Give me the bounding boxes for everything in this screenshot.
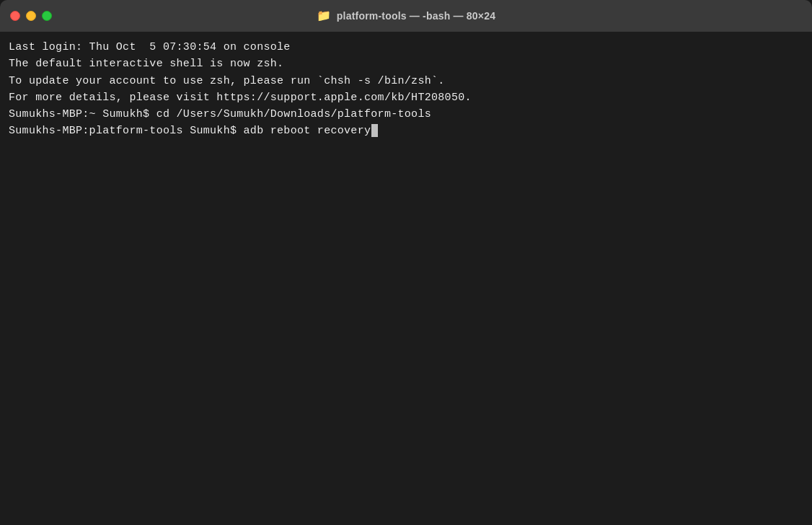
terminal-cursor — [371, 124, 378, 137]
terminal-line-3: The default interactive shell is now zsh… — [9, 56, 803, 72]
terminal-line-4: To update your account to use zsh, pleas… — [9, 73, 803, 89]
terminal-body[interactable]: Last login: Thu Oct 5 07:30:54 on consol… — [0, 32, 812, 525]
terminal-line-7: Sumukhs-MBP:platform-tools Sumukh$ adb r… — [9, 123, 803, 139]
terminal-line-5: For more details, please visit https://s… — [9, 89, 803, 106]
terminal-line-6: Sumukhs-MBP:~ Sumukh$ cd /Users/Sumukh/D… — [9, 106, 803, 123]
window-title: platform-tools — -bash — 80×24 — [337, 10, 495, 22]
folder-icon: 📁 — [317, 9, 331, 23]
close-button[interactable] — [10, 11, 20, 21]
terminal-line-1: Last login: Thu Oct 5 07:30:54 on consol… — [9, 39, 803, 56]
terminal-command: Sumukhs-MBP:platform-tools Sumukh$ adb r… — [9, 125, 371, 137]
maximize-button[interactable] — [42, 11, 52, 21]
minimize-button[interactable] — [26, 11, 36, 21]
title-bar: 📁 platform-tools — -bash — 80×24 — [0, 0, 812, 32]
window-controls — [10, 11, 52, 21]
